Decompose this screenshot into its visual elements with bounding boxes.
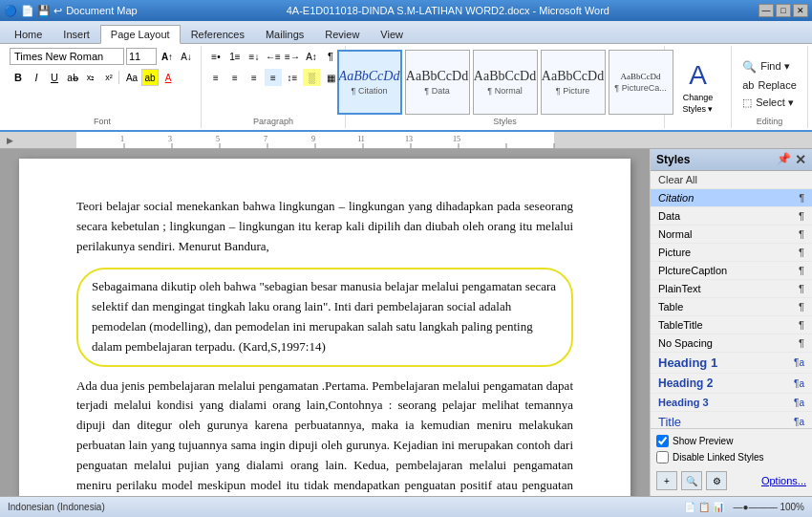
style-inspector-button[interactable]: 🔍	[681, 471, 702, 490]
document-map-label: Document Map	[66, 5, 138, 16]
shading-button[interactable]: ░	[303, 69, 320, 86]
paragraph-group: ≡• 1≡ ≡↓ ←≡ ≡→ A↕ ¶ ≡ ≡ ≡ ≡ ↕≡ ░ ▦ Parag…	[202, 46, 346, 128]
tab-references[interactable]: References	[181, 25, 255, 43]
manage-styles-button[interactable]: ⚙	[706, 471, 727, 490]
close-panel-button[interactable]: ✕	[795, 152, 806, 167]
styles-panel-footer: Show Preview Disable Linked Styles + 🔍 ⚙…	[651, 428, 812, 496]
main-area: Teori belajar social menekankan bahwa li…	[0, 149, 812, 496]
maximize-button[interactable]: □	[776, 4, 791, 17]
styles-list-item-tabletitle[interactable]: TableTitle ¶	[651, 316, 812, 334]
plaintext-label: PlainText	[658, 283, 701, 294]
styles-list-item-normal[interactable]: Normal ¶	[651, 226, 812, 244]
citation-label: Citation	[658, 192, 694, 204]
new-style-button[interactable]: +	[656, 471, 677, 490]
close-button[interactable]: ✕	[793, 4, 808, 17]
style-normal-preview: AaBbCcDd	[474, 69, 536, 84]
minimize-button[interactable]: —	[759, 4, 774, 17]
tab-review[interactable]: Review	[314, 25, 370, 43]
picture-label: Picture	[658, 247, 691, 258]
font-name-input[interactable]	[10, 48, 124, 65]
disable-linked-label: Disable Linked Styles	[673, 452, 764, 463]
styles-group: AaBbCcDd ¶ Citation AaBbCcDd ¶ Data AaBb…	[346, 46, 665, 128]
superscript-button[interactable]: x²	[100, 69, 118, 86]
options-link[interactable]: Options...	[761, 475, 806, 486]
styles-list-item-heading3[interactable]: Heading 3 ¶a	[651, 394, 812, 412]
styles-list-item-clear-all[interactable]: Clear All	[651, 171, 812, 189]
styles-panel-header: Styles 📌 ✕	[651, 149, 812, 171]
style-data[interactable]: AaBbCcDd ¶ Data	[405, 50, 470, 115]
styles-list-item-picturecaption[interactable]: PlctureCaptlon ¶	[651, 262, 812, 280]
ruler-body: 1 3 5 7 9 11 13 15	[38, 132, 793, 148]
line-spacing-button[interactable]: ↕≡	[284, 69, 301, 86]
styles-list-item-data[interactable]: Data ¶	[651, 207, 812, 226]
style-normal[interactable]: AaBbCcDd ¶ Normal	[473, 50, 538, 115]
nospacing-indicator: ¶	[799, 337, 804, 349]
zoom-slider[interactable]: —●——— 100%	[734, 502, 804, 512]
replace-button[interactable]: ab Replace	[738, 78, 801, 92]
select-button[interactable]: ⬚ Select ▾	[738, 96, 798, 110]
pin-button[interactable]: 📌	[777, 152, 791, 167]
disable-linked-checkbox[interactable]: Disable Linked Styles	[656, 451, 806, 463]
increase-indent-button[interactable]: ≡→	[284, 48, 301, 65]
highlighted-paragraph: Sebagaimana dikutip oleh bahwa "sebagian…	[76, 268, 573, 366]
text-effect-button[interactable]: Aa	[123, 69, 140, 86]
subscript-button[interactable]: x₂	[82, 69, 99, 86]
bold-button[interactable]: B	[10, 69, 27, 86]
styles-list-item-heading1[interactable]: Heading 1 ¶a	[651, 353, 812, 374]
para1-text: Teori belajar social menekankan bahwa li…	[76, 199, 573, 253]
styles-list-item-picture[interactable]: Picture ¶	[651, 244, 812, 262]
style-data-label: ¶ Data	[424, 86, 449, 96]
style-picture[interactable]: AaBbCcDd ¶ Picture	[541, 50, 606, 115]
find-button[interactable]: 🔍 Find ▾	[738, 59, 793, 75]
align-center-button[interactable]: ≡	[226, 69, 244, 86]
numbering-button[interactable]: 1≡	[226, 48, 244, 65]
ribbon: A↑ A↓ B I U ab̶ x₂ x² Aa ab A Font ≡• 1≡	[0, 44, 812, 132]
tab-view[interactable]: View	[370, 25, 414, 43]
decrease-indent-button[interactable]: ←≡	[265, 48, 282, 65]
svg-text:1: 1	[120, 135, 124, 143]
style-citation[interactable]: AaBbCcDd ¶ Citation	[337, 50, 402, 115]
style-picturecaption[interactable]: AaBbCcDd ¶ PictureCa...	[609, 50, 673, 115]
font-size-input[interactable]	[126, 48, 157, 65]
styles-list-item-table[interactable]: Table ¶	[651, 298, 812, 316]
change-styles-group: A Change Styles ▾	[665, 46, 732, 128]
styles-list-item-heading2[interactable]: Heading 2 ¶a	[651, 374, 812, 394]
bullets-button[interactable]: ≡•	[207, 48, 224, 65]
multilevel-button[interactable]: ≡↓	[246, 48, 263, 65]
tab-insert[interactable]: Insert	[53, 25, 100, 43]
highlight-button[interactable]: ab	[141, 69, 159, 86]
citation-indicator: ¶	[799, 192, 804, 204]
underline-button[interactable]: U	[46, 69, 63, 86]
styles-list-item-title[interactable]: Title ¶a	[651, 412, 812, 428]
font-size-increase[interactable]: A↑	[159, 48, 176, 65]
title-indicator: ¶a	[794, 417, 804, 427]
sort-button[interactable]: A↕	[303, 48, 320, 65]
language-indicator: Indonesian (Indonesia)	[8, 502, 105, 512]
tab-page-layout[interactable]: Page Layout	[100, 25, 181, 44]
style-picture-preview: AaBbCcDd	[542, 69, 604, 84]
tab-home[interactable]: Home	[4, 25, 53, 43]
styles-list-item-nospacing[interactable]: No Spacing ¶	[651, 334, 812, 353]
window-controls[interactable]: — □ ✕	[759, 4, 808, 17]
disable-linked-check[interactable]	[656, 451, 669, 463]
tab-mailings[interactable]: Mailings	[255, 25, 314, 43]
view-buttons: 📄 📋 📊	[684, 502, 724, 512]
show-preview-check[interactable]	[656, 435, 669, 447]
align-left-button[interactable]: ≡	[207, 69, 224, 86]
italic-button[interactable]: I	[28, 69, 45, 86]
justify-button[interactable]: ≡	[265, 69, 282, 86]
align-right-button[interactable]: ≡	[246, 69, 263, 86]
data-indicator: ¶	[799, 210, 804, 222]
strikethrough-button[interactable]: ab̶	[64, 69, 81, 86]
table-label: Table	[658, 301, 683, 312]
font-size-decrease[interactable]: A↓	[178, 48, 195, 65]
svg-text:9: 9	[311, 135, 315, 143]
document-page: Teori belajar social menekankan bahwa li…	[19, 159, 630, 496]
style-picture-label: ¶ Picture	[556, 86, 589, 96]
styles-list-item-citation[interactable]: Citation ¶	[651, 189, 812, 207]
show-preview-checkbox[interactable]: Show Preview	[656, 435, 806, 447]
styles-list-item-plaintext[interactable]: PlainText ¶	[651, 280, 812, 298]
styles-list: Clear All Citation ¶ Data ¶ Normal ¶ Pic…	[651, 171, 812, 428]
svg-text:15: 15	[453, 135, 460, 143]
font-color-button[interactable]: A	[160, 69, 177, 86]
